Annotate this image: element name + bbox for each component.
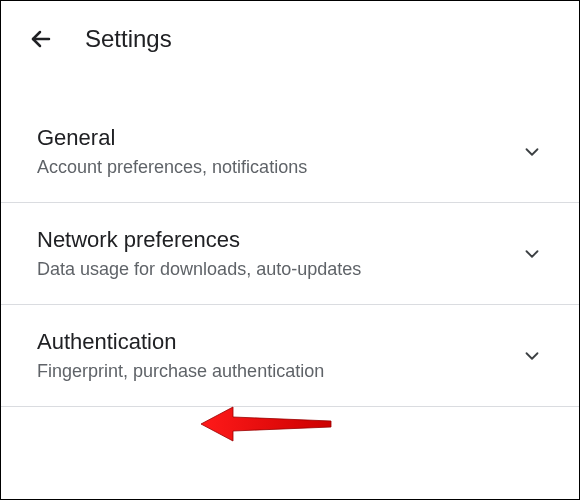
item-subtitle: Fingerprint, purchase authentication (37, 361, 521, 382)
settings-item-network[interactable]: Network preferences Data usage for downl… (1, 203, 579, 305)
settings-list: General Account preferences, notificatio… (1, 71, 579, 407)
back-arrow-icon (29, 27, 53, 51)
page-title: Settings (85, 25, 172, 53)
chevron-down-icon (521, 345, 543, 367)
item-subtitle: Account preferences, notifications (37, 157, 521, 178)
annotation-arrow (201, 399, 341, 453)
item-title: General (37, 125, 521, 151)
item-title: Network preferences (37, 227, 521, 253)
chevron-down-icon (521, 243, 543, 265)
svg-marker-1 (201, 407, 331, 441)
settings-item-authentication[interactable]: Authentication Fingerprint, purchase aut… (1, 305, 579, 407)
item-title: Authentication (37, 329, 521, 355)
item-text: Authentication Fingerprint, purchase aut… (37, 329, 521, 382)
item-text: General Account preferences, notificatio… (37, 125, 521, 178)
back-button[interactable] (21, 19, 61, 59)
item-text: Network preferences Data usage for downl… (37, 227, 521, 280)
item-subtitle: Data usage for downloads, auto-updates (37, 259, 521, 280)
settings-item-general[interactable]: General Account preferences, notificatio… (1, 101, 579, 203)
app-header: Settings (1, 1, 579, 71)
chevron-down-icon (521, 141, 543, 163)
